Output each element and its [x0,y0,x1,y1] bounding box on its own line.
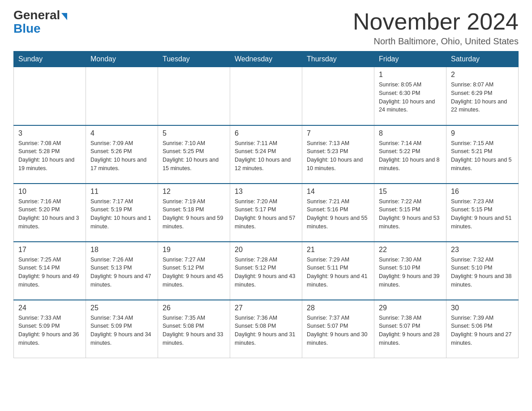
calendar-week-row: 3Sunrise: 7:08 AMSunset: 5:28 PMDaylight… [14,125,519,184]
day-info: Sunrise: 7:14 AMSunset: 5:22 PMDaylight:… [379,139,442,173]
logo: General Blue [13,9,67,35]
day-info: Sunrise: 7:26 AMSunset: 5:13 PMDaylight:… [90,256,153,289]
day-info: Sunrise: 7:28 AMSunset: 5:12 PMDaylight:… [235,256,297,289]
day-number: 20 [235,246,297,254]
day-info: Sunrise: 7:30 AMSunset: 5:10 PMDaylight:… [379,256,442,289]
table-row: 11Sunrise: 7:17 AMSunset: 5:19 PMDayligh… [86,184,158,242]
table-row: 14Sunrise: 7:21 AMSunset: 5:16 PMDayligh… [302,184,374,242]
table-row [230,67,302,125]
header-friday: Friday [374,51,446,67]
day-info: Sunrise: 7:32 AMSunset: 5:10 PMDaylight:… [451,256,514,289]
day-info: Sunrise: 7:20 AMSunset: 5:17 PMDaylight:… [235,197,297,231]
day-number: 11 [90,188,153,196]
day-info: Sunrise: 7:27 AMSunset: 5:12 PMDaylight:… [163,256,225,289]
day-info: Sunrise: 7:16 AMSunset: 5:20 PMDaylight:… [18,197,81,231]
logo-blue: Blue [13,22,41,35]
day-info: Sunrise: 7:35 AMSunset: 5:08 PMDaylight:… [163,314,225,347]
day-number: 16 [451,188,514,196]
table-row: 17Sunrise: 7:25 AMSunset: 5:14 PMDayligh… [14,242,86,300]
day-info: Sunrise: 7:17 AMSunset: 5:19 PMDaylight:… [90,197,153,231]
day-number: 5 [163,129,225,137]
day-info: Sunrise: 7:10 AMSunset: 5:25 PMDaylight:… [163,139,225,173]
table-row: 13Sunrise: 7:20 AMSunset: 5:17 PMDayligh… [230,184,302,242]
table-row: 26Sunrise: 7:35 AMSunset: 5:08 PMDayligh… [158,300,230,358]
day-info: Sunrise: 7:09 AMSunset: 5:26 PMDaylight:… [90,139,153,173]
day-info: Sunrise: 7:13 AMSunset: 5:23 PMDaylight:… [307,139,369,173]
logo-general: General [13,9,60,21]
table-row: 21Sunrise: 7:29 AMSunset: 5:11 PMDayligh… [302,242,374,300]
table-row: 6Sunrise: 7:11 AMSunset: 5:24 PMDaylight… [230,125,302,184]
day-number: 14 [307,188,369,196]
title-block: November 2024 North Baltimore, Ohio, Uni… [353,9,519,47]
day-number: 1 [379,71,442,79]
day-info: Sunrise: 7:19 AMSunset: 5:18 PMDaylight:… [163,197,225,231]
table-row: 30Sunrise: 7:39 AMSunset: 5:06 PMDayligh… [446,300,519,358]
day-number: 30 [451,304,514,312]
table-row: 22Sunrise: 7:30 AMSunset: 5:10 PMDayligh… [374,242,446,300]
calendar-week-row: 24Sunrise: 7:33 AMSunset: 5:09 PMDayligh… [14,300,519,358]
header-thursday: Thursday [302,51,374,67]
day-number: 28 [307,304,369,312]
table-row: 28Sunrise: 7:37 AMSunset: 5:07 PMDayligh… [302,300,374,358]
header-sunday: Sunday [14,51,86,67]
table-row: 29Sunrise: 7:38 AMSunset: 5:07 PMDayligh… [374,300,446,358]
day-number: 2 [451,71,514,79]
table-row [158,67,230,125]
day-info: Sunrise: 7:38 AMSunset: 5:07 PMDaylight:… [379,314,442,347]
calendar-table: Sunday Monday Tuesday Wednesday Thursday… [13,51,519,358]
calendar-week-row: 1Sunrise: 8:05 AMSunset: 6:30 PMDaylight… [14,67,519,125]
day-number: 3 [18,129,81,137]
day-number: 7 [307,129,369,137]
page-header: General Blue November 2024 North Baltimo… [13,9,519,47]
day-info: Sunrise: 7:23 AMSunset: 5:15 PMDaylight:… [451,197,514,231]
day-number: 22 [379,246,442,254]
day-number: 9 [451,129,514,137]
table-row: 20Sunrise: 7:28 AMSunset: 5:12 PMDayligh… [230,242,302,300]
day-info: Sunrise: 7:25 AMSunset: 5:14 PMDaylight:… [18,256,81,289]
table-row: 8Sunrise: 7:14 AMSunset: 5:22 PMDaylight… [374,125,446,184]
header-monday: Monday [86,51,158,67]
table-row: 16Sunrise: 7:23 AMSunset: 5:15 PMDayligh… [446,184,519,242]
calendar-header-row: Sunday Monday Tuesday Wednesday Thursday… [14,51,519,67]
day-number: 6 [235,129,297,137]
table-row: 12Sunrise: 7:19 AMSunset: 5:18 PMDayligh… [158,184,230,242]
table-row: 27Sunrise: 7:36 AMSunset: 5:08 PMDayligh… [230,300,302,358]
day-number: 8 [379,129,442,137]
header-wednesday: Wednesday [230,51,302,67]
table-row: 1Sunrise: 8:05 AMSunset: 6:30 PMDaylight… [374,67,446,125]
day-number: 29 [379,304,442,312]
day-number: 24 [18,304,81,312]
table-row: 19Sunrise: 7:27 AMSunset: 5:12 PMDayligh… [158,242,230,300]
day-number: 26 [163,304,225,312]
day-info: Sunrise: 8:05 AMSunset: 6:30 PMDaylight:… [379,81,442,114]
day-info: Sunrise: 7:22 AMSunset: 5:15 PMDaylight:… [379,197,442,231]
day-info: Sunrise: 7:37 AMSunset: 5:07 PMDaylight:… [307,314,369,347]
calendar-week-row: 17Sunrise: 7:25 AMSunset: 5:14 PMDayligh… [14,242,519,300]
table-row: 3Sunrise: 7:08 AMSunset: 5:28 PMDaylight… [14,125,86,184]
day-info: Sunrise: 7:36 AMSunset: 5:08 PMDaylight:… [235,314,297,347]
day-number: 27 [235,304,297,312]
day-info: Sunrise: 7:33 AMSunset: 5:09 PMDaylight:… [18,314,81,347]
day-number: 13 [235,188,297,196]
day-info: Sunrise: 7:29 AMSunset: 5:11 PMDaylight:… [307,256,369,289]
day-number: 12 [163,188,225,196]
day-number: 23 [451,246,514,254]
table-row: 24Sunrise: 7:33 AMSunset: 5:09 PMDayligh… [14,300,86,358]
table-row: 18Sunrise: 7:26 AMSunset: 5:13 PMDayligh… [86,242,158,300]
table-row: 7Sunrise: 7:13 AMSunset: 5:23 PMDaylight… [302,125,374,184]
table-row: 4Sunrise: 7:09 AMSunset: 5:26 PMDaylight… [86,125,158,184]
table-row: 23Sunrise: 7:32 AMSunset: 5:10 PMDayligh… [446,242,519,300]
day-info: Sunrise: 7:39 AMSunset: 5:06 PMDaylight:… [451,314,514,347]
day-info: Sunrise: 7:08 AMSunset: 5:28 PMDaylight:… [18,139,81,173]
day-number: 10 [18,188,81,196]
table-row: 5Sunrise: 7:10 AMSunset: 5:25 PMDaylight… [158,125,230,184]
day-info: Sunrise: 8:07 AMSunset: 6:29 PMDaylight:… [451,81,514,114]
day-info: Sunrise: 7:11 AMSunset: 5:24 PMDaylight:… [235,139,297,173]
location-subtitle: North Baltimore, Ohio, United States [353,36,519,47]
table-row: 9Sunrise: 7:15 AMSunset: 5:21 PMDaylight… [446,125,519,184]
table-row [14,67,86,125]
day-info: Sunrise: 7:21 AMSunset: 5:16 PMDaylight:… [307,197,369,231]
day-info: Sunrise: 7:34 AMSunset: 5:09 PMDaylight:… [90,314,153,347]
day-number: 15 [379,188,442,196]
day-number: 19 [163,246,225,254]
